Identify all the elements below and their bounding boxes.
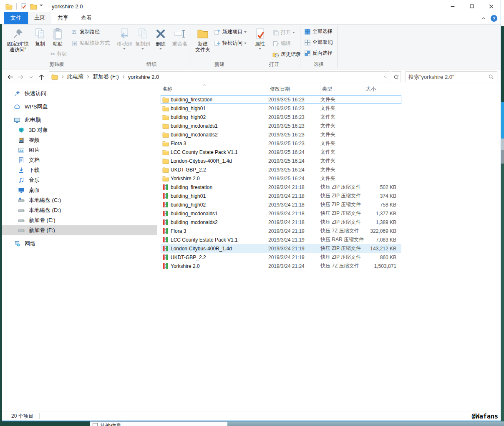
- sidebar-item[interactable]: 视频: [2, 135, 157, 145]
- table-row[interactable]: building_mcdonalds12019/3/25 16:23文件夹: [161, 121, 401, 130]
- sidebar-item[interactable]: 新加卷 (E:): [2, 215, 157, 225]
- properties-button[interactable]: 属性: [252, 27, 268, 50]
- sidebar-item[interactable]: 新加卷 (F:): [2, 225, 157, 235]
- column-header-date[interactable]: 修改日期: [268, 83, 320, 95]
- sidebar-item[interactable]: 快速访问: [2, 88, 157, 98]
- network-icon: [14, 240, 21, 247]
- open-button[interactable]: 打开: [272, 29, 295, 36]
- table-row[interactable]: Yorkshire 2.02019/3/24 21:24快压 7Z 压缩文件1,…: [161, 262, 401, 270]
- checkbox-icon[interactable]: [93, 423, 98, 426]
- search-input[interactable]: [406, 74, 487, 80]
- column-header-type[interactable]: 类型: [320, 83, 364, 95]
- address-bar[interactable]: 此电脑 新加卷 (F:) yorkshire 2.0: [49, 71, 390, 82]
- paste-icon: [51, 27, 64, 40]
- table-row[interactable]: building_mcdonalds22019/3/24 21:18快压 ZIP…: [161, 218, 401, 227]
- copy-path-button[interactable]: 复制路径: [71, 28, 100, 35]
- history-button[interactable]: 历史记录: [272, 51, 301, 58]
- file-date: 2019/3/24 21:18: [268, 211, 320, 217]
- table-row[interactable]: building_firestation2019/3/25 16:23文件夹: [161, 95, 401, 104]
- sidebar-item[interactable]: 网络: [2, 239, 157, 249]
- tab-file[interactable]: 文件: [4, 12, 28, 24]
- forward-icon[interactable]: [16, 72, 25, 81]
- invert-selection-button[interactable]: 反向选择: [304, 50, 333, 57]
- qat-dropdown-icon[interactable]: [40, 3, 43, 10]
- close-button[interactable]: [481, 0, 501, 13]
- collapse-ribbon-icon[interactable]: [481, 15, 486, 21]
- sidebar-item[interactable]: 图片: [2, 145, 157, 155]
- copy-to-button[interactable]: 复制到: [134, 27, 151, 50]
- address-dropdown-icon[interactable]: [381, 72, 390, 82]
- cut-button[interactable]: ✂ 剪切: [50, 50, 67, 58]
- table-row[interactable]: building_mcdonalds22019/3/25 16:23文件夹: [161, 130, 401, 139]
- new-folder-quick-icon[interactable]: [30, 3, 37, 10]
- table-row[interactable]: building_firestation2019/3/24 21:18快压 ZI…: [161, 183, 401, 192]
- column-header-name[interactable]: 名称: [161, 83, 268, 95]
- rename-button[interactable]: 重命名: [170, 27, 190, 47]
- sidebar-item[interactable]: 3D 对象: [2, 125, 157, 135]
- table-row[interactable]: building_high022019/3/25 16:23文件夹: [161, 113, 401, 121]
- refresh-icon[interactable]: [391, 71, 401, 82]
- explorer-window: yorkshire 2.0 文件 主页 共享 查看: [2, 0, 501, 421]
- maximize-button[interactable]: [462, 0, 481, 13]
- paste-button[interactable]: 粘贴: [49, 27, 66, 47]
- breadcrumb-this-pc[interactable]: 此电脑: [66, 73, 85, 81]
- help-icon[interactable]: ?: [491, 15, 497, 22]
- paste-shortcut-button[interactable]: 粘贴快捷方式: [71, 40, 110, 47]
- table-row[interactable]: Flora 32019/3/24 21:19快压 7Z 压缩文件322,069 …: [161, 227, 401, 235]
- column-header-size[interactable]: 大小: [364, 83, 399, 95]
- tab-share[interactable]: 共享: [51, 12, 75, 24]
- sidebar-item[interactable]: 文档: [2, 155, 157, 165]
- table-row[interactable]: building_high012019/3/24 21:18快压 ZIP 压缩文…: [161, 192, 401, 200]
- sidebar-item-label: 桌面: [29, 187, 40, 194]
- file-type: 快压 ZIP 压缩文件: [320, 184, 364, 191]
- file-size: 374 KB: [364, 193, 399, 199]
- table-row[interactable]: London-Citybus-400R_1.4d2019/3/25 16:24文…: [161, 156, 401, 165]
- table-row[interactable]: Flora 32019/3/25 16:23文件夹: [161, 139, 401, 148]
- table-row[interactable]: building_high022019/3/24 21:18快压 ZIP 压缩文…: [161, 200, 401, 209]
- table-row[interactable]: building_high012019/3/25 16:23文件夹: [161, 104, 401, 113]
- sidebar-item[interactable]: 此电脑: [2, 115, 157, 125]
- table-row[interactable]: building_mcdonalds12019/3/24 21:18快压 ZIP…: [161, 209, 401, 218]
- chevron-right-icon: [85, 74, 91, 80]
- tab-home[interactable]: 主页: [28, 12, 51, 24]
- recent-locations-icon[interactable]: [26, 72, 35, 81]
- easy-access-button[interactable]: 轻松访问: [214, 40, 247, 47]
- minimize-button[interactable]: [443, 0, 462, 13]
- sidebar-item[interactable]: 本地磁盘 (D:): [2, 205, 157, 215]
- properties-quick-icon[interactable]: [20, 3, 28, 10]
- sidebar-item[interactable]: 下载: [2, 165, 157, 175]
- table-row[interactable]: UKDT-GBP_2.22019/3/24 21:19快压 ZIP 压缩文件86…: [161, 253, 401, 262]
- sidebar-item[interactable]: 桌面: [2, 185, 157, 195]
- table-row[interactable]: LCC County Estate Pack V1.12019/3/24 21:…: [161, 235, 401, 244]
- new-folder-button[interactable]: 新建 文件夹: [193, 27, 212, 53]
- folder-icon: [162, 149, 169, 156]
- file-type: 快压 7Z 压缩文件: [320, 227, 364, 234]
- up-icon[interactable]: [37, 72, 46, 81]
- table-row[interactable]: London-Citybus-400R_1.4d2019/3/24 21:19快…: [161, 244, 401, 253]
- sidebar-item-label: 文档: [29, 156, 40, 164]
- file-name: building_high02: [171, 114, 268, 120]
- delete-button[interactable]: 删除: [153, 27, 168, 50]
- new-item-button[interactable]: 新建项目: [214, 28, 247, 35]
- sidebar-item[interactable]: WPS网盘: [2, 102, 157, 112]
- sidebar-item[interactable]: 本地磁盘 (C:): [2, 195, 157, 205]
- breadcrumb-current-folder[interactable]: yorkshire 2.0: [126, 74, 161, 80]
- disk-icon: [18, 227, 25, 234]
- pin-to-quick-access-button[interactable]: 固定到"快 速访问": [5, 27, 31, 53]
- back-icon[interactable]: [5, 72, 15, 81]
- sidebar-item[interactable]: 音乐: [2, 175, 157, 185]
- select-none-button[interactable]: 全部取消: [304, 39, 333, 46]
- edit-button[interactable]: 编辑: [272, 40, 291, 47]
- table-row[interactable]: LCC County Estate Pack V1.12019/3/25 16:…: [161, 148, 401, 156]
- file-name: building_high02: [171, 202, 268, 208]
- move-to-button[interactable]: 移动到: [116, 27, 133, 50]
- table-row[interactable]: Yorkshire 2.02019/3/25 16:24文件夹: [161, 174, 401, 183]
- tab-view[interactable]: 查看: [75, 12, 98, 24]
- file-name: London-Citybus-400R_1.4d: [171, 158, 268, 164]
- breadcrumb-drive-f[interactable]: 新加卷 (F:): [91, 73, 121, 81]
- table-row[interactable]: UKDT-GBP_2.22019/3/25 16:24文件夹: [161, 165, 401, 174]
- select-all-button[interactable]: 全部选择: [304, 28, 333, 35]
- file-name: building_mcdonalds1: [171, 211, 268, 217]
- copy-button[interactable]: 复制: [33, 27, 47, 47]
- file-type: 文件夹: [320, 166, 364, 173]
